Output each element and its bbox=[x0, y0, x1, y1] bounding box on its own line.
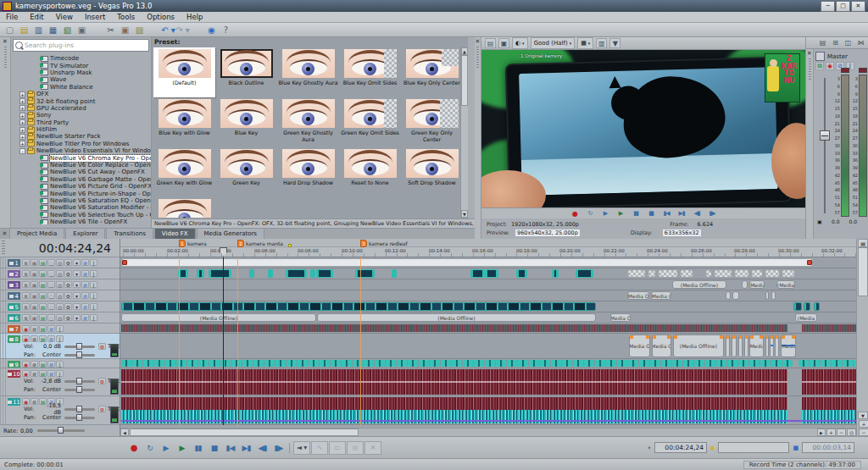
import-media-button[interactable]: ▧ bbox=[60, 24, 75, 36]
slider-knob[interactable] bbox=[76, 343, 82, 350]
tree-item[interactable]: Unsharp Mask bbox=[13, 69, 151, 76]
preset-scrollbar[interactable]: ▲ ▼ bbox=[460, 47, 468, 218]
automation-settings-icon[interactable]: ❘ bbox=[90, 259, 97, 266]
timeline-event[interactable] bbox=[742, 280, 748, 289]
envelope-edit-tool-button[interactable]: ∿ bbox=[311, 441, 328, 455]
timeline-event[interactable] bbox=[807, 260, 812, 265]
timeline-event[interactable] bbox=[316, 269, 333, 278]
compositing-caret-icon[interactable]: ▾ bbox=[73, 259, 81, 266]
time-ruler[interactable]: 00:00:0000:02:0000:04:0000:06:0000:08:00… bbox=[120, 247, 856, 257]
mute-icon[interactable]: ⊘ bbox=[47, 370, 55, 377]
tree-expand-icon[interactable]: + bbox=[19, 91, 25, 97]
timeline-event[interactable] bbox=[726, 291, 731, 300]
tree-expand-icon[interactable]: + bbox=[19, 127, 25, 133]
automation-settings-icon[interactable]: ❘ bbox=[56, 361, 64, 368]
track-lane[interactable]: (Media Offline) (Media bbox=[120, 279, 856, 290]
timeline-event[interactable] bbox=[310, 269, 315, 278]
preset-item[interactable]: Blue Key with Glow bbox=[153, 97, 215, 147]
go-to-end-button[interactable]: ▶▮ bbox=[676, 209, 688, 218]
track-number-badge[interactable]: 6 bbox=[8, 314, 20, 322]
timeline-marker[interactable]: 1 kamera bbox=[179, 239, 207, 247]
tree-item[interactable]: + NewBlue Starter Pack bbox=[13, 133, 151, 140]
marker-flag-icon[interactable]: 2 bbox=[237, 240, 244, 247]
timeline-event[interactable]: (Media Offline) bbox=[121, 313, 316, 322]
dock-tab[interactable]: Media Generators bbox=[197, 228, 264, 239]
scroll-up-arrow[interactable]: ▲ bbox=[461, 47, 468, 55]
tree-expand-icon[interactable]: + bbox=[19, 134, 25, 140]
timeline-event[interactable] bbox=[268, 269, 273, 278]
track-fx-icon[interactable]: ▤ bbox=[39, 370, 47, 377]
tree-expand-icon[interactable]: + bbox=[19, 141, 25, 147]
insert-bus-button[interactable]: ⊞ bbox=[830, 38, 841, 47]
preset-item[interactable]: Hard Drop Shadow bbox=[277, 147, 339, 197]
sep[interactable] bbox=[89, 24, 103, 36]
tree-item[interactable]: Wave bbox=[13, 76, 151, 83]
tree-item[interactable]: NewBlue V6 Cut Away - OpenFX bbox=[13, 169, 151, 175]
timeline-event[interactable] bbox=[765, 335, 769, 357]
timeline-event[interactable] bbox=[804, 302, 810, 311]
scrollbar-thumb[interactable] bbox=[130, 429, 359, 436]
timeline-event[interactable]: (Media Of bbox=[652, 335, 671, 357]
timeline-event[interactable] bbox=[734, 269, 749, 278]
mixer-preview-button[interactable]: ◫ bbox=[843, 38, 854, 47]
timeline-event[interactable] bbox=[680, 269, 693, 278]
fx-window-grip[interactable]: ✕ bbox=[0, 37, 11, 228]
next-frame-button[interactable]: ▮▶ bbox=[270, 441, 287, 455]
tree-item[interactable]: NewBlue V6 Selective Touch Up - OpenFX bbox=[13, 212, 151, 218]
invert-phase-icon[interactable]: ⊘ bbox=[31, 361, 38, 368]
timeline-event[interactable] bbox=[705, 269, 712, 278]
track-lane[interactable]: (Media Of (Media O bbox=[120, 290, 856, 301]
stop-button[interactable]: ■ bbox=[645, 209, 658, 218]
timeline-marker[interactable]: 2 kamera manta bbox=[237, 239, 283, 247]
scrollbar-thumb[interactable] bbox=[858, 247, 868, 296]
tree-item[interactable]: + GPU Accelerated bbox=[13, 105, 151, 112]
marker-tool-button[interactable]: ▤ bbox=[858, 239, 868, 247]
close-button[interactable]: ✕ bbox=[851, 1, 865, 12]
drag-handle[interactable] bbox=[476, 47, 479, 69]
scroll-right-arrow[interactable]: ▶ bbox=[817, 429, 826, 436]
tree-expand-icon[interactable]: - bbox=[19, 148, 25, 154]
marker-flag-icon[interactable]: 3 bbox=[360, 240, 367, 247]
marker-bar[interactable]: 1 kamera 2 kamera manta 3 kamera redleaf bbox=[120, 239, 856, 247]
parent-composite-icon[interactable]: ⊘ bbox=[81, 303, 89, 310]
track-lane[interactable] bbox=[120, 301, 856, 312]
play-button[interactable]: ▶ bbox=[615, 209, 627, 218]
fader-handle[interactable] bbox=[820, 130, 830, 141]
timeline-event[interactable] bbox=[197, 269, 204, 278]
slider-knob[interactable] bbox=[58, 427, 64, 434]
timeline-event[interactable] bbox=[249, 269, 254, 278]
playhead-handle[interactable] bbox=[220, 247, 227, 257]
track-lane[interactable]: (Media Offline) (Media Offline) (Media O… bbox=[120, 312, 856, 323]
stop-button[interactable]: ■ bbox=[206, 441, 222, 455]
timeline-event[interactable] bbox=[209, 269, 231, 278]
compositing-caret-icon[interactable]: ▾ bbox=[73, 270, 81, 277]
scroll-down-arrow[interactable]: ▼ bbox=[461, 210, 468, 218]
external-monitor-button[interactable]: ▣ bbox=[498, 38, 509, 48]
arm-record-icon[interactable]: ◉ bbox=[22, 398, 30, 405]
timeline-event[interactable] bbox=[576, 269, 593, 278]
automation-mode-icon[interactable]: ⚙ bbox=[98, 406, 106, 412]
tree-expand-icon[interactable] bbox=[33, 169, 39, 175]
tree-expand-icon[interactable] bbox=[33, 176, 39, 182]
track-header[interactable]: 11 ≋⊞▤◌◎⚙▾⊘❘ ◉⊘▤⊘❘ ◉ ⊘ ▤ ⊘ bbox=[0, 396, 120, 425]
timeline-event[interactable] bbox=[178, 269, 188, 278]
master-fx-icon[interactable]: ▤ bbox=[815, 62, 824, 70]
vertical-scrollbar[interactable]: ▤ ▼ + − bbox=[856, 239, 868, 436]
track-zoom-out-button[interactable]: − bbox=[859, 429, 868, 436]
automation-mode-icon[interactable]: ⚙ bbox=[98, 343, 106, 350]
preset-item[interactable]: Black Outline bbox=[215, 47, 277, 97]
timeline-event[interactable] bbox=[793, 302, 802, 311]
dock-tab[interactable]: Explorer bbox=[65, 228, 105, 239]
timeline-event[interactable] bbox=[775, 335, 779, 357]
track-header[interactable]: 5 ≋⊞▤◌◎⚙▾⊘❘ ◉⊘▤⊘❘ ◉ ⊘ ▤ ⊘ ❘ bbox=[0, 301, 120, 312]
tree-expand-icon[interactable] bbox=[33, 69, 39, 75]
parent-composite-icon[interactable]: ⊘ bbox=[81, 314, 89, 321]
preset-item[interactable] bbox=[153, 197, 215, 218]
play-button[interactable]: ▶ bbox=[174, 441, 190, 455]
normal-edit-tool-button[interactable]: ◄ ▾ bbox=[293, 441, 310, 455]
drag-handle[interactable] bbox=[809, 58, 811, 80]
tree-expand-icon[interactable] bbox=[33, 184, 39, 190]
tree-expand-icon[interactable] bbox=[33, 163, 39, 169]
timeline-event[interactable] bbox=[802, 369, 856, 395]
cut-button[interactable]: ✂ bbox=[103, 24, 118, 36]
